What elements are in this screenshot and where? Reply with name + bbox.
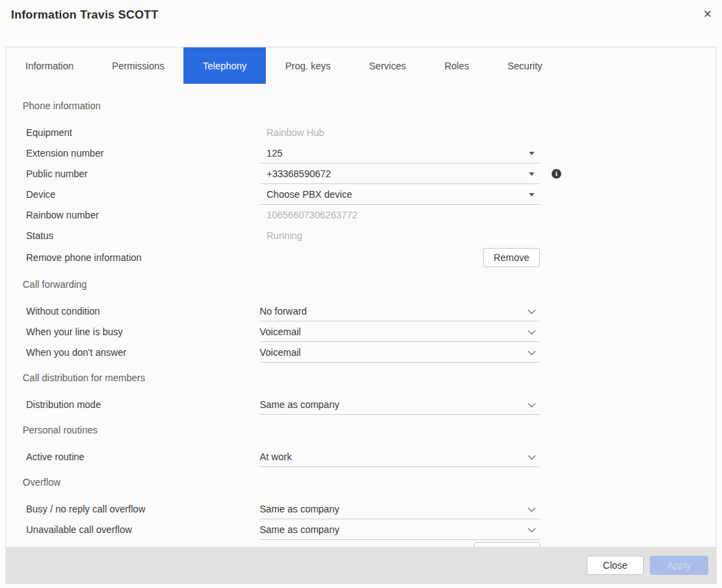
distribution-mode-select[interactable]: Same as company [260, 395, 540, 415]
dont-answer-value: Voicemail [260, 347, 301, 358]
remove-button[interactable]: Remove [483, 248, 540, 267]
extension-number-value: 125 [260, 148, 282, 159]
rainbow-number-label: Rainbow number [26, 210, 260, 220]
line-busy-select[interactable]: Voicemail [260, 322, 540, 342]
section-header-call-distribution: Call distribution for members [23, 371, 699, 385]
tab-services[interactable]: Services [350, 47, 425, 84]
without-condition-value: No forward [260, 306, 306, 317]
row-public-number: Public number +33368590672 [23, 163, 699, 184]
row-unavailable-overflow: Unavailable call overflow Same as compan… [23, 519, 699, 540]
tab-telephony[interactable]: Telephony [183, 47, 266, 84]
row-distribution-mode: Distribution mode Same as company [23, 394, 699, 415]
status-label: Status [26, 230, 260, 241]
remove-phone-information-label: Remove phone information [26, 252, 260, 263]
tab-security[interactable]: Security [488, 47, 562, 84]
unavailable-overflow-value: Same as company [260, 524, 339, 535]
rainbow-number-value: 10656607306263772 [260, 210, 540, 220]
row-busy-no-reply-overflow: Busy / no reply call overflow Same as co… [23, 499, 699, 519]
unavailable-overflow-label: Unavailable call overflow [26, 524, 260, 535]
tab-information[interactable]: Information [6, 47, 93, 84]
public-number-label: Public number [26, 168, 260, 179]
active-routine-label: Active routine [26, 451, 260, 462]
busy-no-reply-overflow-value: Same as company [260, 504, 339, 514]
row-status: Status Running [23, 225, 699, 246]
extension-number-select[interactable]: 125 [260, 144, 540, 163]
row-line-busy: When your line is busy Voicemail [23, 321, 699, 342]
modal-header: Information Travis SCOTT [0, 0, 722, 41]
modal-footer: Close Apply [5, 547, 717, 583]
telephony-panel: Information Permissions Telephony Prog. … [5, 47, 717, 584]
row-without-condition: Without condition No forward [23, 301, 699, 321]
public-number-select[interactable]: +33368590672 [260, 164, 540, 184]
row-device: Device Choose PBX device [23, 184, 699, 205]
line-busy-value: Voicemail [260, 326, 301, 337]
section-header-call-forwarding: Call forwarding [23, 278, 699, 291]
status-value: Running [260, 230, 540, 241]
busy-no-reply-overflow-select[interactable]: Same as company [260, 499, 540, 519]
dont-answer-select[interactable]: Voicemail [260, 343, 540, 363]
dropdown-triangle-icon [529, 172, 534, 176]
page-title: Information Travis SCOTT [11, 8, 711, 22]
device-select[interactable]: Choose PBX device [260, 185, 540, 205]
without-condition-label: Without condition [26, 306, 260, 317]
dropdown-triangle-icon [529, 152, 534, 155]
row-equipment: Equipment Rainbow Hub [23, 122, 699, 143]
extension-number-label: Extension number [26, 148, 260, 159]
chevron-down-icon [528, 327, 535, 335]
busy-no-reply-overflow-label: Busy / no reply call overflow [26, 504, 260, 514]
tab-bar: Information Permissions Telephony Prog. … [6, 47, 716, 84]
public-number-value: +33368590672 [260, 168, 331, 179]
row-remove-phone-information: Remove phone information Remove [23, 246, 699, 269]
device-value: Choose PBX device [260, 189, 352, 200]
tab-roles[interactable]: Roles [425, 47, 488, 84]
dont-answer-label: When you don't answer [26, 347, 260, 358]
section-header-phone-information: Phone information [23, 99, 699, 113]
chevron-down-icon [528, 400, 535, 407]
distribution-mode-label: Distribution mode [26, 399, 260, 410]
chevron-down-icon [528, 348, 535, 355]
distribution-mode-value: Same as company [260, 399, 339, 410]
device-label: Device [26, 189, 260, 200]
row-active-routine: Active routine At work [23, 446, 699, 467]
chevron-down-icon [528, 504, 535, 512]
dropdown-triangle-icon [529, 193, 534, 196]
section-header-personal-routines: Personal routines [23, 423, 699, 437]
row-rainbow-number: Rainbow number 10656607306263772 [23, 205, 699, 225]
active-routine-select[interactable]: At work [260, 447, 540, 467]
row-dont-answer: When you don't answer Voicemail [23, 342, 699, 363]
close-icon[interactable] [699, 5, 716, 22]
line-busy-label: When your line is busy [26, 326, 260, 337]
equipment-value: Rainbow Hub [260, 127, 540, 138]
close-button[interactable]: Close [587, 556, 644, 575]
info-icon[interactable] [552, 169, 561, 179]
chevron-down-icon [528, 452, 535, 460]
tab-content: Phone information Equipment Rainbow Hub … [6, 99, 716, 563]
section-header-overflow: Overflow [23, 475, 699, 489]
row-extension-number: Extension number 125 [23, 143, 699, 163]
tab-prog-keys[interactable]: Prog. keys [266, 47, 350, 84]
unavailable-overflow-select[interactable]: Same as company [260, 520, 540, 540]
chevron-down-icon [528, 525, 535, 532]
tab-permissions[interactable]: Permissions [93, 47, 183, 84]
apply-button[interactable]: Apply [650, 556, 708, 575]
equipment-label: Equipment [26, 127, 260, 138]
chevron-down-icon [528, 306, 535, 314]
without-condition-select[interactable]: No forward [260, 302, 540, 321]
active-routine-value: At work [260, 451, 292, 462]
